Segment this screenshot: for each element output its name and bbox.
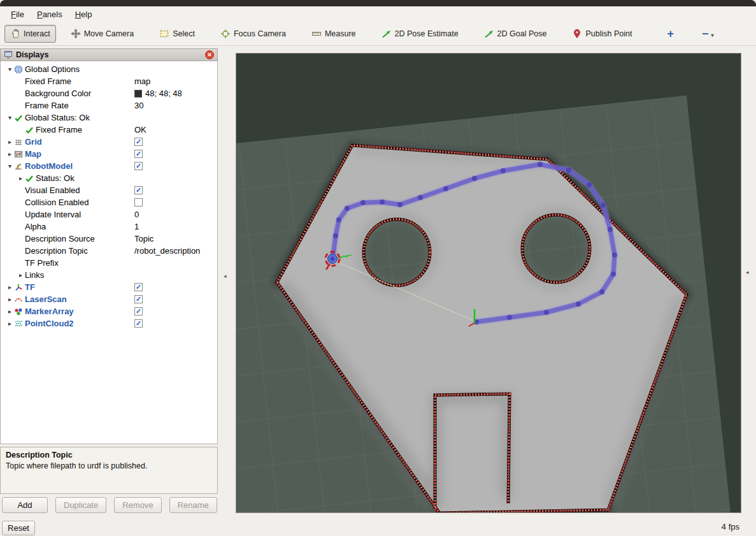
tool-focus-camera[interactable]: Focus Camera (215, 25, 292, 43)
tree-row-tf-prefix[interactable]: TF Prefix (1, 257, 217, 269)
tool-interact[interactable]: Interact (4, 25, 56, 43)
menu-help[interactable]: Help (69, 8, 98, 21)
menu-panels[interactable]: Panels (31, 8, 68, 21)
property-value[interactable]: map (134, 76, 150, 86)
expander-closed-icon[interactable]: ▸ (6, 138, 14, 145)
right-splitter-collapse-icon[interactable]: ◂ (746, 269, 749, 275)
expander-open-icon[interactable]: ▾ (6, 66, 14, 73)
tool-label: Focus Camera (234, 29, 286, 38)
tool-2d-pose-estimate[interactable]: 2D Pose Estimate (376, 25, 464, 43)
remove-tool-button[interactable]: −▾ (698, 27, 718, 41)
tool-label: 2D Pose Estimate (395, 29, 459, 38)
tree-row-status-ok[interactable]: ▸Status: Ok (1, 172, 217, 184)
tree-row-alpha[interactable]: Alpha1 (1, 221, 217, 233)
tool-label: Measure (325, 29, 356, 38)
tree-row-markerarray[interactable]: ▸MarkerArray✓ (1, 305, 217, 317)
help-body: Topic where filepath to urdf is publishe… (6, 461, 212, 470)
property-value-cell: /robot_description (134, 246, 200, 256)
add-tool-button[interactable]: + (662, 27, 679, 41)
tree-row-links[interactable]: ▸Links (1, 269, 217, 281)
property-label: PointCloud2 (25, 319, 74, 328)
property-value-cell: map (134, 76, 150, 86)
tree-row-tf[interactable]: ▸TF✓ (1, 281, 217, 293)
enabled-checkbox[interactable]: ✓ (134, 162, 143, 170)
status-ok-icon (25, 126, 36, 134)
tool-move-camera[interactable]: Move Camera (65, 25, 140, 43)
property-value[interactable]: Topic (134, 234, 153, 243)
tree-row-visual-enabled[interactable]: Visual Enabled✓ (1, 184, 217, 196)
enabled-checkbox[interactable]: ✓ (134, 150, 143, 158)
displays-panel-title: Displays (16, 50, 48, 59)
tree-row-global-options[interactable]: ▾Global Options (1, 63, 217, 75)
tool-select[interactable]: Select (153, 25, 201, 43)
property-value-cell: OK (134, 125, 146, 134)
property-value-cell (134, 198, 143, 206)
property-value[interactable]: 48; 48; 48 (145, 89, 182, 98)
color-swatch[interactable] (134, 90, 142, 98)
right-splitter[interactable]: ◂ (741, 48, 756, 514)
tree-row-description-source[interactable]: Description SourceTopic (1, 233, 217, 245)
reset-button[interactable]: Reset (2, 521, 35, 535)
tree-row-map[interactable]: ▸Map✓ (1, 148, 217, 160)
tree-row-collision-enabled[interactable]: Collision Enabled (1, 196, 217, 208)
tree-row-laserscan[interactable]: ▸LaserScan✓ (1, 293, 217, 305)
property-label: LaserScan (25, 294, 67, 304)
expander-closed-icon[interactable]: ▸ (17, 272, 25, 279)
displays-panel-header[interactable]: Displays ✕ (0, 48, 218, 61)
property-value[interactable]: 30 (134, 101, 143, 110)
tool-measure[interactable]: Measure (306, 25, 362, 43)
tool-label: Interact (24, 29, 50, 38)
property-value-cell: 0 (134, 210, 139, 219)
panel-splitter[interactable]: ◂ (218, 48, 236, 514)
property-value[interactable]: 1 (134, 222, 139, 231)
displays-tree: ▾Global OptionsFixed FramemapBackground … (0, 61, 218, 444)
tf-icon (14, 283, 25, 292)
property-label: Fixed Frame (36, 125, 82, 134)
tree-row-fixed-frame[interactable]: Fixed FrameOK (1, 124, 217, 136)
property-value[interactable]: 0 (134, 210, 139, 219)
enabled-checkbox[interactable]: ✓ (134, 186, 143, 194)
enabled-checkbox[interactable]: ✓ (134, 138, 143, 146)
expander-closed-icon[interactable]: ▸ (6, 150, 14, 157)
property-label: Update Interval (25, 210, 81, 219)
close-panel-icon[interactable]: ✕ (205, 50, 214, 59)
property-label: MarkerArray (25, 307, 74, 316)
splitter-collapse-icon[interactable]: ◂ (224, 273, 227, 279)
enabled-checkbox[interactable]: ✓ (134, 307, 143, 315)
tree-row-frame-rate[interactable]: Frame Rate30 (1, 99, 217, 112)
render-view[interactable] (236, 53, 741, 513)
property-value-cell: ✓ (134, 319, 143, 328)
tree-row-fixed-frame[interactable]: Fixed Framemap (1, 75, 217, 87)
expander-closed-icon[interactable]: ▸ (6, 296, 14, 303)
expander-closed-icon[interactable]: ▸ (6, 308, 14, 315)
property-value-cell: ✓ (134, 186, 143, 194)
toolbar: InteractMove CameraSelectFocus CameraMea… (0, 22, 756, 46)
tree-row-grid[interactable]: ▸Grid✓ (1, 136, 217, 148)
tree-row-background-color[interactable]: Background Color48; 48; 48 (1, 87, 217, 99)
tool-2d-goal-pose[interactable]: 2D Goal Pose (478, 25, 553, 43)
remove-button: Remove (114, 497, 161, 513)
tree-row-pointcloud2[interactable]: ▸PointCloud2✓ (1, 317, 217, 330)
menu-file[interactable]: File (5, 8, 30, 21)
tool-publish-point[interactable]: Publish Point (566, 25, 638, 43)
remove-tool-label: − (702, 27, 709, 41)
tree-row-global-status-ok[interactable]: ▾Global Status: Ok (1, 112, 217, 124)
expander-closed-icon[interactable]: ▸ (6, 320, 14, 327)
global-options-icon (14, 65, 25, 74)
expander-open-icon[interactable]: ▾ (6, 114, 14, 121)
tree-row-update-interval[interactable]: Update Interval0 (1, 208, 217, 221)
property-value[interactable]: OK (134, 125, 146, 134)
enabled-checkbox[interactable]: ✓ (134, 283, 143, 291)
add-button[interactable]: Add (2, 497, 48, 513)
enabled-checkbox[interactable]: ✓ (134, 319, 143, 328)
property-value[interactable]: /robot_description (134, 246, 200, 256)
expander-closed-icon[interactable]: ▸ (17, 175, 25, 182)
property-value-cell: 48; 48; 48 (134, 89, 182, 98)
expander-closed-icon[interactable]: ▸ (6, 284, 14, 291)
tree-row-robotmodel[interactable]: ▾RobotModel✓ (1, 160, 217, 172)
enabled-checkbox[interactable]: ✓ (134, 295, 143, 303)
enabled-checkbox[interactable] (134, 198, 143, 206)
expander-open-icon[interactable]: ▾ (6, 163, 14, 170)
tree-row-description-topic[interactable]: Description Topic/robot_description (1, 245, 217, 257)
rename-button: Rename (169, 497, 217, 513)
